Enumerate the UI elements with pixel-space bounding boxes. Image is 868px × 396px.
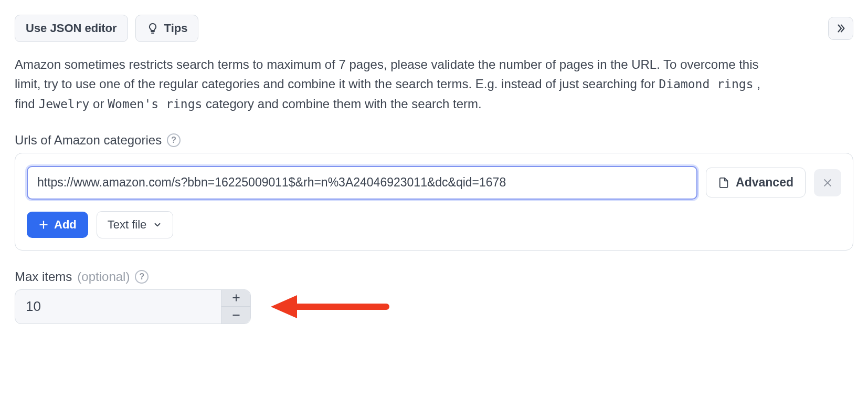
urls-card: Advanced Add Text file — [15, 153, 853, 251]
advanced-label: Advanced — [736, 175, 793, 190]
use-json-editor-button[interactable]: Use JSON editor — [15, 15, 128, 42]
url-input[interactable] — [27, 166, 697, 200]
max-items-input[interactable] — [15, 290, 221, 324]
minus-icon — [231, 310, 241, 320]
max-items-label: Max items — [15, 269, 72, 284]
code-womens-rings: Women's rings — [108, 97, 202, 111]
increment-button[interactable] — [221, 290, 250, 307]
advanced-button[interactable]: Advanced — [706, 168, 806, 197]
decrement-button[interactable] — [221, 307, 250, 324]
help-icon[interactable]: ? — [167, 133, 181, 147]
chevron-down-icon — [153, 220, 162, 230]
tips-button[interactable]: Tips — [135, 15, 199, 42]
text-file-label: Text file — [108, 218, 147, 232]
help-icon[interactable]: ? — [135, 270, 149, 284]
file-icon — [718, 176, 729, 190]
description-text: Amazon sometimes restricts search terms … — [15, 55, 781, 114]
code-diamond-rings: Diamond rings — [659, 77, 753, 91]
remove-url-button[interactable] — [814, 169, 841, 196]
max-items-field — [15, 289, 251, 324]
add-label: Add — [54, 218, 77, 232]
add-button[interactable]: Add — [27, 212, 88, 238]
expand-button[interactable] — [828, 17, 853, 40]
plus-icon — [231, 293, 241, 303]
close-icon — [822, 178, 833, 188]
urls-label: Urls of Amazon categories — [15, 133, 162, 148]
use-json-editor-label: Use JSON editor — [26, 22, 117, 35]
plus-icon — [38, 220, 49, 230]
tips-label: Tips — [164, 22, 188, 35]
annotation-arrow — [266, 291, 391, 322]
max-items-optional: (optional) — [77, 269, 130, 284]
svg-marker-8 — [271, 295, 297, 318]
chevrons-right-icon — [835, 23, 846, 34]
code-jewelry: Jewelry — [38, 97, 89, 111]
text-file-select[interactable]: Text file — [97, 211, 174, 238]
lightbulb-icon — [146, 22, 159, 35]
